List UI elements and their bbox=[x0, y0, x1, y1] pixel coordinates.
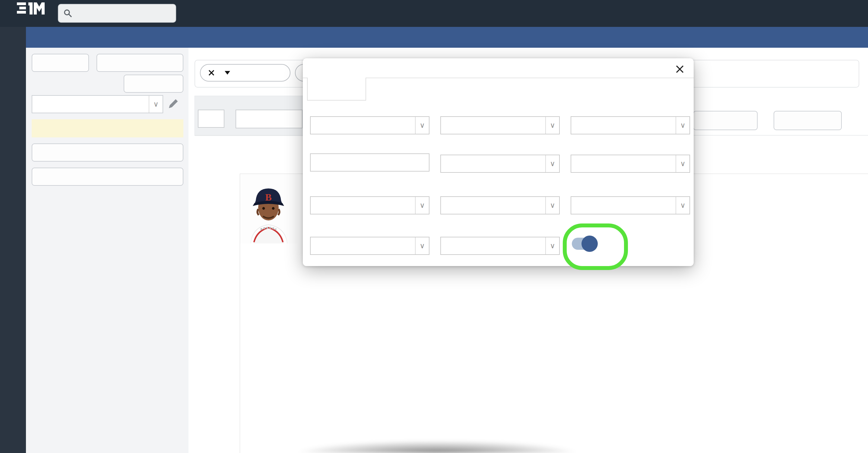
player-handedness-color-r-select[interactable] bbox=[310, 237, 430, 255]
select-value bbox=[311, 237, 415, 254]
filter-chip-game-type[interactable] bbox=[200, 64, 290, 82]
app-window: B bbox=[0, 0, 868, 453]
title-text-color-select[interactable] bbox=[440, 154, 560, 173]
page-number-input[interactable] bbox=[198, 110, 224, 128]
select-value bbox=[441, 237, 545, 254]
chevron-down-icon bbox=[545, 155, 559, 172]
select-value bbox=[441, 197, 545, 214]
select-value bbox=[571, 155, 676, 172]
select-value bbox=[441, 117, 545, 134]
toggle-knob bbox=[582, 235, 598, 252]
chevron-down-icon bbox=[676, 117, 689, 134]
page-name-input[interactable] bbox=[236, 110, 303, 129]
list-templates-button[interactable] bbox=[774, 111, 842, 130]
caret-down-icon bbox=[225, 71, 230, 75]
select-value bbox=[311, 117, 415, 134]
chevron-down-icon bbox=[415, 117, 429, 134]
report-page-select-value bbox=[32, 96, 149, 113]
print-filters-toggle[interactable] bbox=[572, 238, 596, 250]
player-description-font-size-select[interactable] bbox=[570, 116, 690, 134]
chevron-down-icon bbox=[149, 96, 162, 113]
player-description-format-select[interactable] bbox=[310, 116, 430, 134]
player-handedness-color-l-select[interactable] bbox=[570, 196, 690, 215]
chevron-down-icon bbox=[415, 237, 429, 254]
select-value bbox=[571, 117, 676, 134]
player-headshot: B bbox=[240, 174, 298, 244]
add-new-page-button[interactable] bbox=[32, 143, 183, 162]
copy-report-button[interactable] bbox=[124, 75, 183, 93]
report-header-band bbox=[26, 27, 868, 48]
chevron-down-icon bbox=[676, 197, 689, 214]
page-title-input[interactable] bbox=[310, 153, 430, 172]
select-value bbox=[311, 197, 415, 214]
settings-modal bbox=[303, 58, 694, 266]
add-new-page-from-template-button[interactable] bbox=[32, 168, 183, 186]
page-bottom-shadow bbox=[296, 440, 579, 453]
title-horizontal-alignment-select[interactable] bbox=[440, 196, 560, 215]
chevron-down-icon bbox=[415, 197, 429, 214]
search-input[interactable] bbox=[58, 4, 176, 23]
top-navbar bbox=[0, 0, 868, 27]
save-template-button[interactable] bbox=[693, 111, 757, 130]
select-value bbox=[441, 155, 545, 172]
chevron-down-icon bbox=[545, 117, 559, 134]
left-icon-rail bbox=[0, 27, 26, 453]
player-handedness-color-s-select[interactable] bbox=[440, 237, 560, 255]
new-from-template-button[interactable] bbox=[96, 54, 183, 72]
chevron-down-icon bbox=[545, 197, 559, 214]
trumedia-logo[interactable] bbox=[2, 1, 57, 27]
chevron-down-icon bbox=[676, 155, 689, 172]
report-panel bbox=[26, 48, 188, 453]
search-icon bbox=[63, 9, 72, 18]
close-icon[interactable] bbox=[674, 63, 686, 75]
player-description-alignment-select[interactable] bbox=[440, 116, 560, 134]
edit-pencil-icon[interactable] bbox=[167, 98, 179, 110]
report-page-select[interactable] bbox=[32, 95, 163, 113]
title-font-size-select[interactable] bbox=[310, 196, 430, 215]
remove-filter-icon[interactable] bbox=[208, 69, 215, 77]
svg-text:B: B bbox=[265, 192, 272, 203]
select-value bbox=[571, 197, 676, 214]
tab-page-settings[interactable] bbox=[307, 78, 366, 101]
title-background-color-select[interactable] bbox=[570, 154, 690, 173]
chevron-down-icon bbox=[545, 237, 559, 254]
active-page-row[interactable] bbox=[32, 119, 183, 137]
new-report-button[interactable] bbox=[32, 54, 89, 72]
trumedia-mark-icon bbox=[11, 1, 48, 16]
